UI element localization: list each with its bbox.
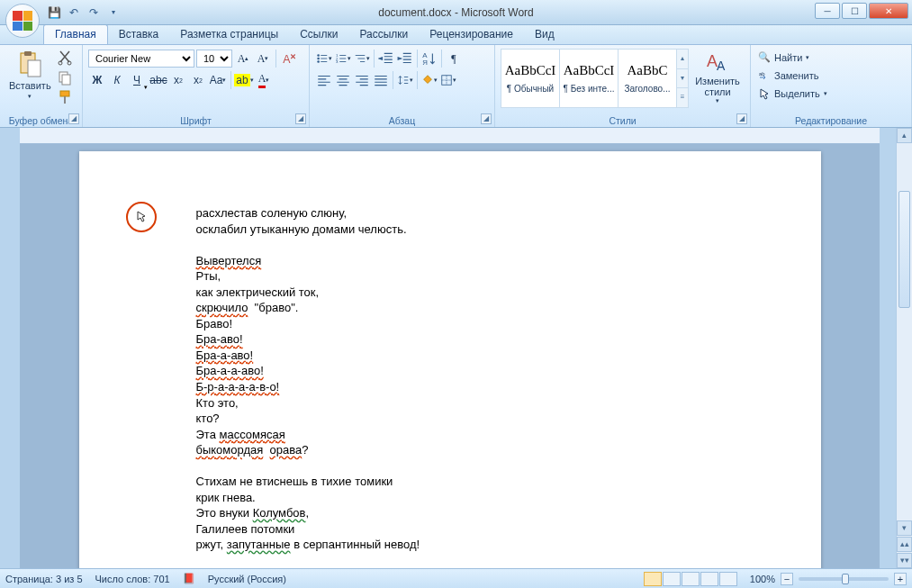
web-layout-view-button[interactable] (682, 572, 700, 586)
group-label-editing: Редактирование (751, 115, 911, 126)
document-text[interactable]: расхлестав соленую слюну,осклабил утыкан… (196, 205, 740, 568)
page-viewport[interactable]: расхлестав соленую слюну,осклабил утыкан… (20, 144, 880, 568)
proofing-icon[interactable]: 📕 (183, 573, 195, 584)
chevron-down-icon: ▾ (716, 97, 719, 104)
align-center-button[interactable] (334, 71, 352, 89)
change-case-button[interactable]: Aa▾ (209, 71, 227, 89)
italic-button[interactable]: К (108, 71, 126, 89)
minimize-button[interactable]: ─ (815, 3, 840, 19)
subscript-button[interactable]: x2 (169, 71, 187, 89)
svg-text:3: 3 (336, 59, 339, 64)
zoom-slider[interactable] (799, 577, 889, 581)
tab-ссылки[interactable]: Ссылки (289, 25, 348, 44)
horizontal-ruler[interactable] (20, 128, 880, 144)
vertical-scrollbar[interactable]: ▴ ▾ ▴▴ ▾▾ (896, 128, 912, 568)
bullets-button[interactable]: ▾ (315, 50, 333, 68)
full-screen-view-button[interactable] (663, 572, 681, 586)
font-name-select[interactable]: Courier New (88, 50, 194, 68)
justify-button[interactable] (372, 71, 390, 89)
strikethrough-button[interactable]: abc (149, 71, 167, 89)
font-dialog-launcher[interactable]: ◢ (295, 113, 306, 124)
zoom-in-button[interactable]: + (894, 573, 907, 585)
page[interactable]: расхлестав соленую слюну,осклабил утыкан… (79, 151, 821, 568)
status-language[interactable]: Русский (Россия) (208, 574, 286, 584)
workspace: расхлестав соленую слюну,осклабил утыкан… (0, 128, 912, 568)
undo-icon[interactable]: ↶ (67, 5, 81, 20)
numbering-button[interactable]: 123▾ (334, 50, 352, 68)
cut-icon[interactable] (57, 50, 73, 66)
style-item[interactable]: AaBbCcI¶ Без инте... (559, 49, 619, 108)
zoom-percent[interactable]: 100% (750, 574, 775, 584)
replace-button[interactable]: abЗаменить (758, 67, 904, 85)
show-marks-button[interactable]: ¶ (445, 50, 463, 68)
styles-gallery[interactable]: AaBbCcI¶ ОбычныйAaBbCcI¶ Без инте...AaBb… (501, 49, 676, 108)
align-right-button[interactable] (353, 71, 371, 89)
font-color-button[interactable]: A▾ (255, 71, 273, 89)
zoom-out-button[interactable]: − (781, 573, 793, 585)
draft-view-button[interactable] (719, 572, 737, 586)
change-styles-button[interactable]: AA Изменить стили ▾ (692, 49, 743, 104)
status-page[interactable]: Страница: 3 из 5 (5, 574, 83, 584)
cursor-annotation (126, 202, 157, 232)
tab-главная[interactable]: Главная (43, 24, 108, 44)
format-painter-icon[interactable] (57, 89, 73, 105)
quick-access-toolbar: 💾 ↶ ↷ ▾ (47, 5, 121, 20)
shrink-font-button[interactable]: A▾ (254, 50, 272, 68)
group-label-styles: Стили (495, 115, 750, 126)
tab-вид[interactable]: Вид (524, 25, 565, 44)
borders-button[interactable]: ▾ (439, 71, 457, 89)
highlight-button[interactable]: ab▾ (235, 71, 253, 89)
status-words[interactable]: Число слов: 701 (95, 574, 170, 584)
paragraph-dialog-launcher[interactable]: ◢ (481, 113, 492, 124)
scroll-down-button[interactable]: ▾ (897, 520, 912, 536)
tab-разметка страницы[interactable]: Разметка страницы (169, 25, 289, 44)
group-styles: AaBbCcI¶ ОбычныйAaBbCcI¶ Без инте...AaBb… (495, 45, 751, 127)
styles-gallery-scroll[interactable]: ▴▾≡ (676, 49, 689, 108)
chevron-down-icon[interactable]: ▾ (144, 84, 148, 91)
styles-dialog-launcher[interactable]: ◢ (736, 113, 747, 124)
paste-button[interactable]: Вставить ▾ (5, 48, 55, 107)
style-item[interactable]: AaBbCcI¶ Обычный (501, 49, 560, 108)
scroll-up-button[interactable]: ▴ (897, 128, 912, 143)
tab-рассылки[interactable]: Рассылки (348, 25, 419, 44)
outline-view-button[interactable] (700, 572, 718, 586)
scroll-thumb[interactable] (898, 191, 910, 308)
line-spacing-button[interactable]: ▾ (396, 71, 414, 89)
svg-point-10 (317, 54, 320, 57)
clear-formatting-button[interactable]: A (280, 50, 298, 68)
svg-text:Я: Я (422, 59, 428, 67)
style-item[interactable]: AaBbCЗаголово... (618, 49, 677, 108)
print-layout-view-button[interactable] (644, 572, 662, 586)
group-paragraph: ▾ 123▾ ▾ AЯ ¶ ▾ ▾ ▾ Абзац ◢ (310, 45, 495, 127)
increase-indent-button[interactable] (396, 50, 414, 68)
next-page-button[interactable]: ▾▾ (897, 553, 912, 568)
decrease-indent-button[interactable] (377, 50, 395, 68)
maximize-button[interactable]: ☐ (842, 3, 867, 19)
grow-font-button[interactable]: A▴ (234, 50, 252, 68)
shading-button[interactable]: ▾ (420, 71, 438, 89)
align-left-button[interactable] (315, 71, 333, 89)
select-button[interactable]: Выделить▾ (758, 85, 904, 103)
multilevel-list-button[interactable]: ▾ (353, 50, 371, 68)
superscript-button[interactable]: x2 (189, 71, 207, 89)
tab-рецензирование[interactable]: Рецензирование (419, 25, 524, 44)
save-icon[interactable]: 💾 (47, 5, 61, 20)
zoom-thumb[interactable] (842, 574, 849, 584)
group-label-font: Шрифт (83, 115, 309, 126)
qat-dropdown-icon[interactable]: ▾ (106, 5, 121, 20)
tab-вставка[interactable]: Вставка (108, 25, 170, 44)
underline-button[interactable]: Ч (128, 71, 146, 89)
group-label-paragraph: Абзац (310, 115, 494, 126)
office-button[interactable] (5, 4, 40, 38)
title-bar: 💾 ↶ ↷ ▾ document.docx - Microsoft Word ─… (0, 0, 912, 25)
close-button[interactable]: ✕ (869, 3, 908, 19)
copy-icon[interactable] (57, 69, 73, 86)
sort-button[interactable]: AЯ (420, 50, 438, 68)
prev-page-button[interactable]: ▴▴ (897, 537, 912, 552)
clipboard-dialog-launcher[interactable]: ◢ (68, 113, 79, 124)
bold-button[interactable]: Ж (88, 71, 106, 89)
change-styles-icon: AA (704, 49, 731, 76)
redo-icon[interactable]: ↷ (86, 5, 101, 20)
find-button[interactable]: 🔍Найти▾ (758, 49, 904, 67)
font-size-select[interactable]: 10 (196, 50, 232, 68)
